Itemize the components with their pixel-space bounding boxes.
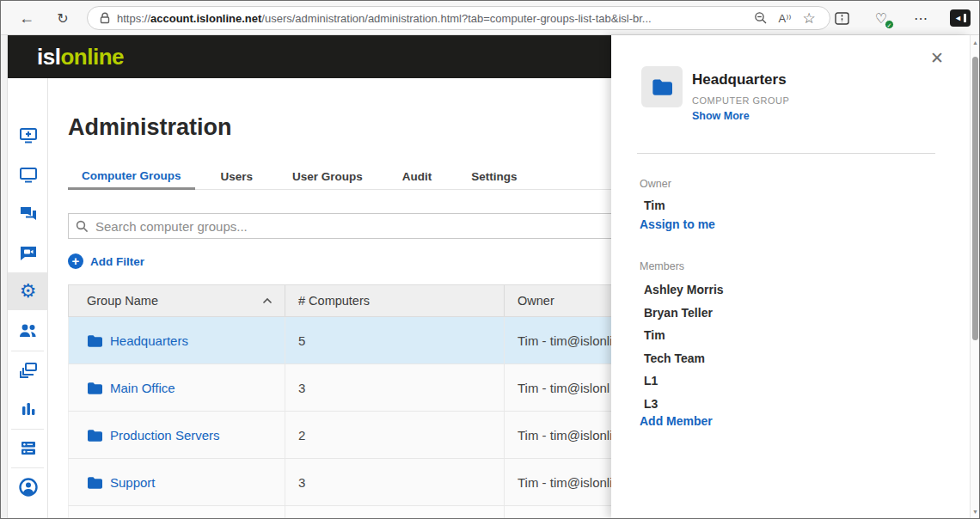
group-name-link[interactable]: Production Servers [110, 428, 220, 443]
url-text[interactable]: https://account.islonline.net/users/admi… [117, 12, 749, 25]
rail-divider [11, 429, 44, 430]
tab-computer-groups[interactable]: Computer Groups [68, 163, 195, 190]
folder-icon [87, 476, 102, 489]
more-options-icon[interactable]: ⋯ [910, 8, 931, 28]
logo-prefix: isl [37, 44, 60, 70]
vertical-scrollbar[interactable]: ▲ ▼ [970, 35, 980, 518]
sessions-cascade-icon[interactable] [8, 357, 48, 383]
search-icon [76, 220, 89, 233]
member-list: Ashley Morris Bryan Teller Tim Tech Team… [644, 278, 724, 415]
panel-title: Headquarters [692, 71, 787, 89]
browser-essentials-icon[interactable]: ♡ ✓ [871, 8, 891, 28]
url-scheme: https:// [117, 12, 150, 25]
folder-icon [87, 382, 102, 394]
members-label: Members [640, 260, 684, 272]
folder-icon [87, 429, 102, 442]
owner-label: Owner [640, 178, 671, 190]
lock-icon [100, 12, 110, 24]
panel-type-label: COMPUTER GROUP [692, 95, 789, 106]
rail-divider [11, 467, 44, 468]
add-filter-label: Add Filter [90, 255, 144, 268]
show-more-link[interactable]: Show More [692, 110, 750, 122]
gear-glyph: ⚙ [20, 282, 37, 301]
split-screen-icon[interactable] [831, 8, 852, 28]
computers-icon[interactable] [8, 162, 48, 188]
group-name-link[interactable]: Headquarters [110, 333, 188, 348]
browser-window: ← ↻ https://account.islonline.net/users/… [0, 0, 980, 519]
owner-value: Tim [644, 198, 665, 212]
chrome-toolbar: ♡ ✓ ⋯ ◄ [831, 8, 971, 28]
sidebar-toggle-icon[interactable]: ◄ [950, 9, 971, 27]
member-item: Tim [644, 324, 724, 347]
logo-suffix: online [60, 44, 124, 70]
group-name-cell[interactable]: Headquarters [69, 317, 285, 363]
tab-settings[interactable]: Settings [457, 163, 530, 190]
scrollbar-thumb[interactable] [972, 57, 978, 340]
add-member-link[interactable]: Add Member [640, 414, 713, 428]
sort-asc-icon [262, 297, 273, 304]
computers-cell: 3 [285, 459, 505, 505]
reports-chart-icon[interactable] [8, 396, 48, 422]
owner-header-label: Owner [518, 294, 554, 308]
check-badge-icon: ✓ [885, 20, 894, 29]
group-name-link[interactable]: Main Office [110, 381, 175, 395]
detail-panel: ✕ Headquarters COMPUTER GROUP Show More … [611, 35, 970, 518]
group-name-cell[interactable]: Main Office [69, 364, 285, 411]
settings-gear-icon[interactable]: ⚙ [8, 278, 48, 304]
refresh-icon[interactable]: ↻ [52, 8, 73, 28]
group-name-header-label: Group Name [87, 294, 158, 308]
group-name-cell[interactable]: Production Servers [69, 412, 285, 458]
column-header-computers[interactable]: # Computers [285, 285, 505, 316]
url-host: account.islonline.net [150, 12, 261, 25]
left-icon-rail: ⚙ [8, 78, 48, 518]
column-header-group-name[interactable]: Group Name [69, 285, 285, 316]
islonline-logo[interactable]: islonline [37, 44, 124, 70]
tab-audit[interactable]: Audit [389, 163, 446, 190]
member-item: Tech Team [644, 347, 724, 370]
video-chat-icon[interactable] [8, 240, 48, 266]
tab-users[interactable]: Users [207, 163, 267, 190]
rail-divider [11, 351, 44, 351]
add-computer-icon[interactable] [8, 123, 48, 149]
search-box [68, 213, 635, 239]
folder-icon [87, 334, 102, 347]
group-name-link[interactable]: Support [110, 475, 156, 490]
member-item: L1 [644, 369, 724, 393]
favorite-star-icon[interactable]: ☆ [797, 8, 821, 28]
browser-chrome: ← ↻ https://account.islonline.net/users/… [1, 1, 979, 35]
member-item: Ashley Morris [644, 278, 724, 302]
group-avatar [641, 66, 683, 107]
license-modules-icon[interactable] [8, 435, 48, 461]
account-icon[interactable] [8, 474, 48, 500]
computers-cell: 2 [285, 412, 505, 458]
folder-icon [652, 78, 672, 95]
panel-divider [637, 153, 935, 154]
tab-user-groups[interactable]: User Groups [279, 163, 377, 190]
member-item: Bryan Teller [644, 302, 724, 325]
add-filter-button[interactable]: + Add Filter [68, 253, 144, 269]
assign-to-me-link[interactable]: Assign to me [640, 217, 715, 231]
read-aloud-icon[interactable]: A⁾⁾ [773, 8, 797, 28]
computers-cell: 3 [285, 364, 505, 411]
back-icon[interactable]: ← [16, 8, 37, 28]
scroll-up-icon[interactable]: ▲ [971, 37, 980, 47]
member-item: L3 [644, 393, 724, 416]
scroll-down-icon[interactable]: ▼ [971, 506, 980, 516]
close-icon[interactable]: ✕ [930, 48, 944, 68]
computers-header-label: # Computers [298, 294, 370, 308]
plus-icon: + [68, 253, 83, 269]
group-name-cell[interactable]: Support [69, 459, 285, 505]
computers-cell: 5 [285, 317, 505, 363]
page-title: Administration [68, 114, 232, 141]
zoom-out-icon[interactable] [749, 8, 773, 28]
page-content: islonline ⚙ [1, 35, 979, 518]
users-icon[interactable] [8, 318, 48, 344]
app-header: islonline [8, 35, 611, 78]
chat-icon[interactable] [8, 201, 48, 227]
url-path: /users/administration/administration.htm… [261, 12, 651, 25]
address-bar[interactable]: https://account.islonline.net/users/admi… [87, 6, 830, 30]
left-gutter [1, 35, 8, 518]
search-input[interactable] [95, 219, 628, 234]
